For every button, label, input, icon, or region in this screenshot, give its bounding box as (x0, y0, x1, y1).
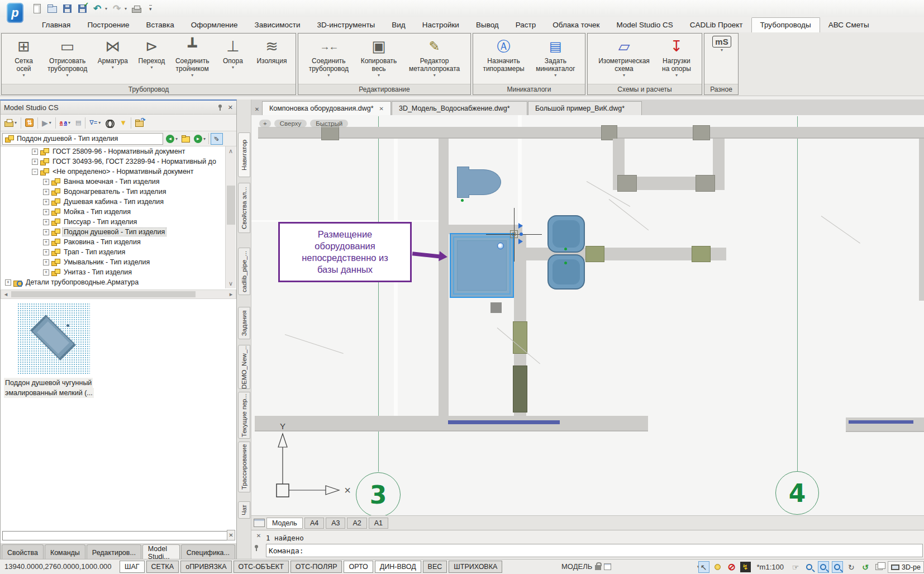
palette-tab-element-properties[interactable]: Свойства эл... (238, 183, 250, 233)
grip-point[interactable] (520, 233, 523, 236)
ribbon-tab[interactable]: Вывод (468, 18, 507, 32)
status-toggle[interactable]: ОТС-ПОЛЯР (290, 561, 342, 573)
tree-expander[interactable]: + (43, 269, 49, 276)
tree-item[interactable]: + Мойка - Тип изделия (1, 207, 236, 217)
panel-text-input[interactable] (2, 531, 228, 540)
ribbon-tab[interactable]: Вид (383, 18, 413, 32)
tree-expander[interactable]: + (43, 219, 49, 225)
panel-tab[interactable]: Свойства (2, 544, 44, 560)
status-toggle[interactable]: оПРИВЯЗКА (180, 561, 231, 573)
document-tab[interactable]: Компоновка оборудования.dwg* ✕ (262, 101, 391, 115)
tree-expander[interactable]: + (43, 259, 49, 265)
panel-tab[interactable]: Специфика... (181, 544, 235, 560)
new-file-icon[interactable] (31, 3, 42, 14)
tree-item[interactable]: + Водонагреватель - Тип изделия (1, 187, 236, 197)
toolbar-overflow-icon[interactable]: ▾ (149, 5, 152, 12)
ribbon-button[interactable]: ⊞ Сетка осей ▾ (8, 34, 40, 83)
lightbulb-icon[interactable] (712, 561, 723, 573)
ribbon-tab[interactable]: Растр (507, 18, 545, 32)
open-file-icon[interactable] (46, 3, 58, 14)
tree-horizontal-scrollbar[interactable]: ◂ ▸ (1, 290, 236, 299)
zoom-realtime-icon[interactable] (804, 561, 815, 573)
undo-icon[interactable]: ↶ (92, 3, 103, 14)
status-toggle[interactable]: ШАГ (120, 561, 145, 573)
find-icon[interactable] (104, 117, 116, 129)
drawing-canvas[interactable]: Размещение оборудования непосредственно … (251, 115, 924, 515)
layout-tab[interactable]: А2 (347, 518, 366, 529)
panel-tab[interactable]: Команды (45, 544, 85, 560)
tree-expander[interactable]: + (43, 249, 49, 255)
space-indicator[interactable]: МОДЕЛЬ (561, 562, 611, 571)
document-tab[interactable]: Большой пример_ВиК.dwg* ✕ (528, 101, 642, 115)
ribbon-button[interactable]: ⊳ Переход ▾ (135, 34, 168, 83)
ribbon-tab[interactable]: Оформление (183, 18, 246, 32)
tree-item[interactable]: + Ванна моечная - Тип изделия (1, 177, 236, 187)
palette-tab-tasks[interactable]: Задания (238, 307, 250, 339)
tree-expander[interactable]: + (43, 199, 49, 205)
redo-dropdown-icon[interactable]: ▾ (125, 6, 127, 11)
tree-item[interactable]: + ГОСТ 25809-96 - Нормативный документ (1, 146, 236, 156)
tree-item[interactable]: + Трап - Тип изделия (1, 247, 236, 257)
ribbon-tab[interactable]: Model Studio CS (608, 18, 681, 32)
input-close-icon[interactable]: ✕ (227, 530, 235, 540)
ribbon-tab[interactable]: Построение (79, 18, 137, 32)
tree-item[interactable]: + Писсуар - Тип изделия (1, 217, 236, 227)
status-toggle[interactable]: ШТРИХОВКА (449, 561, 502, 573)
tree-expander[interactable]: − (32, 169, 38, 175)
preview-image[interactable] (17, 303, 90, 374)
close-icon[interactable]: ✕ (228, 104, 233, 111)
basin-fixture[interactable] (547, 254, 585, 290)
command-close-icon[interactable]: ✕ (256, 533, 261, 539)
app-logo-icon[interactable]: p (7, 3, 23, 23)
ribbon-button[interactable]: Ⓐ Назначить типоразмеры ▾ (480, 34, 527, 83)
viewport-style-control[interactable]: Быстрый (310, 120, 348, 127)
ribbon-tab[interactable]: CADLib Проект (682, 18, 751, 32)
ribbon-button[interactable]: ✎ Редактор металлопроката ▾ (406, 34, 463, 83)
tree-expander[interactable]: + (43, 179, 49, 185)
export-icon[interactable]: ⇅ (24, 117, 35, 129)
save-all-icon[interactable]: ✓ (77, 3, 88, 14)
history-back-icon[interactable]: ◄▾ (165, 132, 179, 145)
tree-expander[interactable]: + (43, 239, 49, 245)
layout-tab[interactable]: А4 (304, 518, 324, 529)
panel-tab[interactable]: Model Studi... (142, 544, 180, 560)
command-pin-icon[interactable] (254, 544, 260, 552)
palette-tab-tracing[interactable]: Трассирование (238, 442, 250, 492)
zoom-icon[interactable] (818, 561, 829, 573)
orbit-icon[interactable]: ↻ (846, 561, 857, 573)
document-tab[interactable]: 3D_Модель_Водоснабжение.dwg* ✕ (392, 101, 527, 115)
ribbon-button[interactable]: ▭ Отрисовать трубопровод ▾ (45, 34, 90, 83)
tree-expander[interactable]: + (43, 229, 49, 235)
scroll-up-icon[interactable]: ∧ (226, 146, 236, 156)
scrollbar-thumb[interactable] (11, 291, 196, 297)
tree-expander[interactable]: + (5, 279, 11, 286)
toilet-fixture[interactable] (457, 167, 469, 198)
sort-icon[interactable]: aa▾ (59, 117, 72, 129)
panel-tab[interactable]: Редактиров... (87, 544, 141, 560)
ucs-lightning-icon[interactable]: ↯ (740, 562, 751, 572)
tree-item[interactable]: + Детали трубопроводные.Арматура (1, 277, 236, 287)
tree-item[interactable]: + Умывальник - Тип изделия (1, 257, 236, 267)
tree-item[interactable]: + ГОСТ 30493-96, ГОСТ 23289-94 - Нормати… (1, 156, 236, 167)
ribbon-button[interactable]: ↧ Нагрузки на опоры ▾ (659, 34, 694, 83)
ribbon-button[interactable]: →← Соединить трубопровод ▾ (306, 34, 351, 83)
tree-expander[interactable]: + (32, 159, 38, 165)
toilet-fixture[interactable] (469, 169, 501, 195)
pin-icon[interactable] (217, 104, 223, 111)
tree-expander[interactable]: + (43, 209, 49, 215)
zoom-window-icon[interactable] (832, 561, 843, 573)
pan-hand-icon[interactable]: ☞ (790, 561, 801, 573)
ribbon-button[interactable]: ▤ Задать миникаталог ▾ (533, 34, 578, 83)
scrollbar-thumb[interactable] (227, 186, 235, 225)
tab-close-icon[interactable]: ✕ (379, 106, 384, 112)
status-toggle[interactable]: СЕТКА (146, 561, 179, 573)
filter-icon[interactable]: ∇=▾ (88, 117, 102, 129)
undo-dropdown-icon[interactable]: ▾ (105, 6, 107, 11)
ribbon-button[interactable]: ┻ Соединить тройником ▾ (173, 34, 212, 83)
tree-vertical-scrollbar[interactable]: ∧ ∨ (225, 146, 236, 288)
tab-bar-close-icon[interactable]: ✕ (253, 103, 261, 115)
tree-expander[interactable]: + (32, 149, 38, 155)
ribbon-tab[interactable]: Облака точек (544, 18, 608, 32)
ribbon-button[interactable]: ⊥ Опора ▾ (217, 34, 249, 83)
eyedropper-icon[interactable]: ✐ (211, 133, 223, 145)
